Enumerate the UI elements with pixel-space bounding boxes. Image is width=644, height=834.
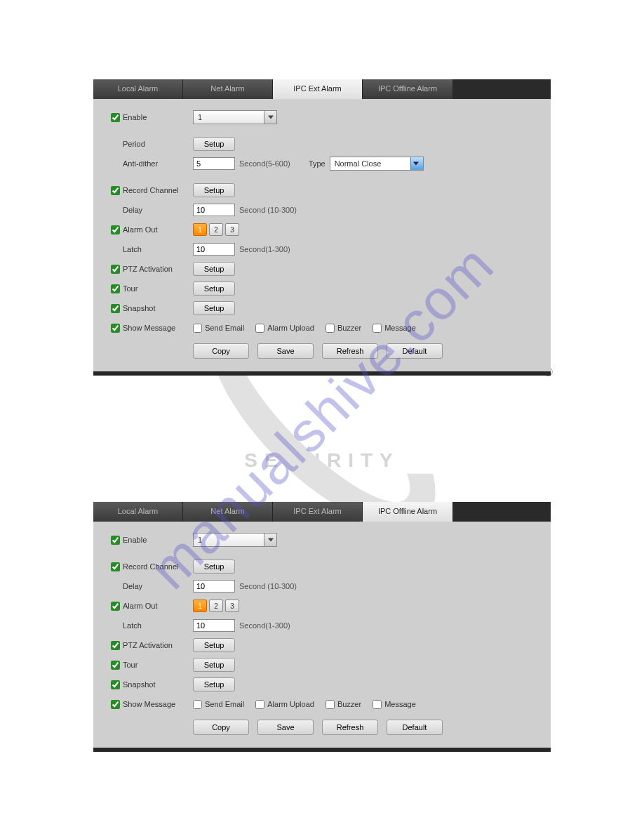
delay-label: Delay xyxy=(123,582,142,590)
period-label: Period xyxy=(123,140,145,148)
tour-label: Tour xyxy=(123,284,137,293)
tab-ipc-offline-alarm[interactable]: IPC Offline Alarm xyxy=(363,502,452,522)
panel-ipc-ext-alarm: Local Alarm Net Alarm IPC Ext Alarm IPC … xyxy=(93,79,551,376)
message-checkbox[interactable] xyxy=(373,700,382,709)
alarm-out-checkbox[interactable] xyxy=(111,225,120,234)
record-channel-setup-button[interactable]: Setup xyxy=(193,560,235,574)
alarm-out-1[interactable]: 1 xyxy=(193,600,207,612)
alarm-upload-checkbox[interactable] xyxy=(255,324,264,333)
record-channel-checkbox[interactable] xyxy=(111,186,120,195)
tour-label: Tour xyxy=(123,661,137,669)
period-setup-button[interactable]: Setup xyxy=(193,137,235,151)
send-email-checkbox[interactable] xyxy=(193,700,202,709)
buzzer-label: Buzzer xyxy=(337,700,361,708)
delay-hint: Second (10-300) xyxy=(239,206,297,214)
show-message-checkbox[interactable] xyxy=(111,324,120,333)
type-label: Type xyxy=(309,159,326,168)
ptz-checkbox[interactable] xyxy=(111,265,120,274)
record-channel-setup-button[interactable]: Setup xyxy=(193,183,235,197)
send-email-label: Send Email xyxy=(205,324,244,332)
type-select[interactable]: Normal Close xyxy=(330,157,424,171)
tour-checkbox[interactable] xyxy=(111,661,120,670)
delay-input[interactable] xyxy=(193,204,235,216)
delay-label: Delay xyxy=(123,206,142,214)
record-channel-label: Record Channel xyxy=(123,562,179,571)
buzzer-label: Buzzer xyxy=(337,324,361,332)
delay-input[interactable] xyxy=(193,580,235,593)
enable-label: Enable xyxy=(123,113,147,121)
show-message-label: Show Message xyxy=(123,700,175,708)
tab-bar: Local Alarm Net Alarm IPC Ext Alarm IPC … xyxy=(93,502,551,522)
alarm-out-group: 1 2 3 xyxy=(193,600,239,612)
tour-setup-button[interactable]: Setup xyxy=(193,282,235,296)
send-email-checkbox[interactable] xyxy=(193,324,202,333)
panel-ipc-offline-alarm: Local Alarm Net Alarm IPC Ext Alarm IPC … xyxy=(93,502,551,752)
alarm-out-2[interactable]: 2 xyxy=(209,600,223,612)
save-button[interactable]: Save xyxy=(257,720,314,735)
form-area: Enable 1 Period Setup Anti-dither Second… xyxy=(93,99,551,371)
snapshot-setup-button[interactable]: Setup xyxy=(193,677,235,691)
copy-button[interactable]: Copy xyxy=(193,720,249,735)
tour-setup-button[interactable]: Setup xyxy=(193,658,235,672)
latch-input[interactable] xyxy=(193,243,235,256)
tab-ipc-offline-alarm[interactable]: IPC Offline Alarm xyxy=(363,79,452,99)
latch-hint: Second(1-300) xyxy=(239,621,290,630)
snapshot-label: Snapshot xyxy=(123,304,155,312)
buzzer-checkbox[interactable] xyxy=(326,700,335,709)
tab-net-alarm[interactable]: Net Alarm xyxy=(183,79,273,99)
alarm-out-3[interactable]: 3 xyxy=(225,600,239,612)
alarm-out-1[interactable]: 1 xyxy=(193,223,207,236)
show-message-checkbox[interactable] xyxy=(111,700,120,709)
enable-channel-select[interactable]: 1 xyxy=(193,110,277,124)
alarm-out-label: Alarm Out xyxy=(123,602,158,610)
record-channel-checkbox[interactable] xyxy=(111,562,120,571)
alarm-upload-label: Alarm Upload xyxy=(267,324,314,332)
latch-label: Latch xyxy=(123,621,142,630)
enable-checkbox[interactable] xyxy=(111,113,120,122)
alarm-out-3[interactable]: 3 xyxy=(225,223,239,236)
snapshot-checkbox[interactable] xyxy=(111,304,120,313)
refresh-button[interactable]: Refresh xyxy=(322,343,378,359)
tab-local-alarm[interactable]: Local Alarm xyxy=(93,79,183,99)
alarm-upload-label: Alarm Upload xyxy=(267,700,314,708)
tab-bar: Local Alarm Net Alarm IPC Ext Alarm IPC … xyxy=(93,79,551,99)
anti-dither-label: Anti-dither xyxy=(123,159,158,168)
enable-checkbox[interactable] xyxy=(111,536,120,545)
show-message-label: Show Message xyxy=(123,324,175,332)
enable-channel-select[interactable]: 1 xyxy=(193,533,277,547)
alarm-out-2[interactable]: 2 xyxy=(209,223,223,236)
ptz-label: PTZ Activation xyxy=(123,265,173,273)
tab-ipc-ext-alarm[interactable]: IPC Ext Alarm xyxy=(273,79,363,99)
alarm-upload-checkbox[interactable] xyxy=(255,700,264,709)
alarm-out-label: Alarm Out xyxy=(123,225,158,234)
snapshot-checkbox[interactable] xyxy=(111,680,120,689)
record-channel-label: Record Channel xyxy=(123,186,179,194)
latch-input[interactable] xyxy=(193,619,235,632)
message-checkbox[interactable] xyxy=(373,324,382,333)
snapshot-setup-button[interactable]: Setup xyxy=(193,301,235,315)
ptz-checkbox[interactable] xyxy=(111,641,120,650)
latch-hint: Second(1-300) xyxy=(239,245,290,253)
default-button[interactable]: Default xyxy=(387,343,443,359)
save-button[interactable]: Save xyxy=(257,343,314,359)
tab-net-alarm[interactable]: Net Alarm xyxy=(183,502,273,522)
tab-local-alarm[interactable]: Local Alarm xyxy=(93,502,183,522)
ptz-setup-button[interactable]: Setup xyxy=(193,638,235,652)
tour-checkbox[interactable] xyxy=(111,284,120,293)
latch-label: Latch xyxy=(123,245,142,253)
copy-button[interactable]: Copy xyxy=(193,343,249,359)
alarm-out-group: 1 2 3 xyxy=(193,223,239,236)
ptz-label: PTZ Activation xyxy=(123,641,173,649)
refresh-button[interactable]: Refresh xyxy=(322,720,378,735)
delay-hint: Second (10-300) xyxy=(239,582,297,590)
message-label: Message xyxy=(384,700,416,708)
anti-dither-input[interactable] xyxy=(193,157,235,170)
send-email-label: Send Email xyxy=(205,700,244,708)
tab-ipc-ext-alarm[interactable]: IPC Ext Alarm xyxy=(273,502,363,522)
snapshot-label: Snapshot xyxy=(123,680,155,689)
alarm-out-checkbox[interactable] xyxy=(111,602,120,611)
default-button[interactable]: Default xyxy=(387,720,443,735)
ptz-setup-button[interactable]: Setup xyxy=(193,262,235,276)
buzzer-checkbox[interactable] xyxy=(326,324,335,333)
anti-dither-hint: Second(5-600) xyxy=(239,159,290,168)
